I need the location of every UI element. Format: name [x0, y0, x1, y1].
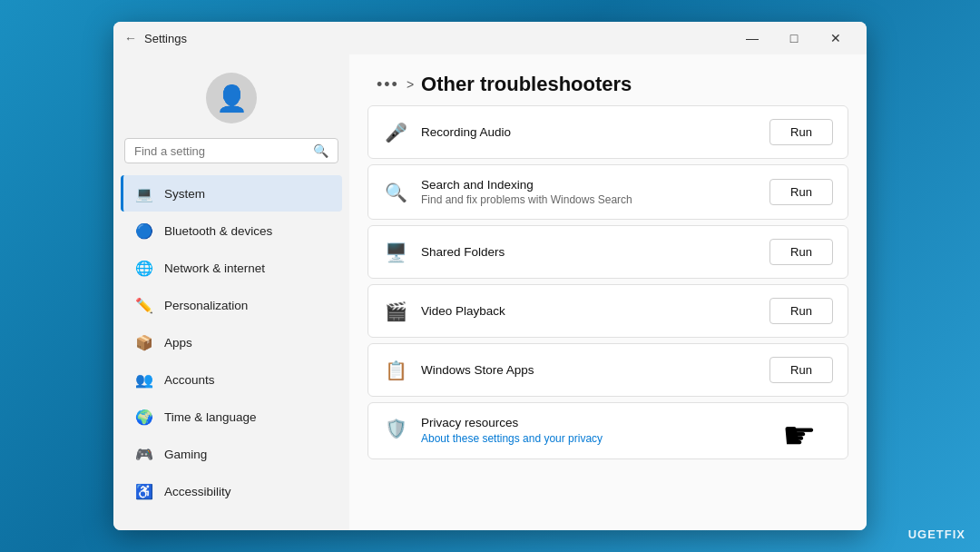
watermark: UGETFIX — [908, 527, 965, 541]
page-title: Other troubleshooters — [421, 73, 632, 96]
sidebar-item-system[interactable]: 💻 System — [121, 175, 342, 212]
settings-window: ← Settings — □ ✕ 👤 🔍 💻 System — [113, 22, 867, 530]
window-content: 👤 🔍 💻 System 🔵 Bluetooth & devices 🌐 Net… — [113, 54, 867, 530]
shared-folders-run-button[interactable]: Run — [769, 239, 833, 265]
troubleshooter-video-playback: 🎬 Video Playback Run — [368, 284, 848, 338]
window-controls: — □ ✕ — [732, 25, 856, 52]
troubleshooter-windows-store: 📋 Windows Store Apps Run — [368, 343, 848, 397]
shared-folders-name: Shared Folders — [421, 245, 757, 259]
accessibility-icon: ♿ — [135, 482, 153, 500]
time-label: Time & language — [164, 410, 257, 424]
breadcrumb-arrow: > — [407, 77, 414, 92]
video-playback-run-button[interactable]: Run — [769, 298, 833, 324]
search-indexing-run-button[interactable]: Run — [769, 179, 833, 205]
video-playback-name: Video Playback — [421, 304, 757, 318]
search-indexing-name: Search and Indexing — [421, 178, 757, 192]
gaming-label: Gaming — [164, 448, 207, 461]
search-indexing-icon: 🔍 — [383, 180, 408, 205]
recording-audio-name: Recording Audio — [421, 125, 757, 139]
privacy-icon: 🛡️ — [383, 416, 408, 441]
maximize-button[interactable]: □ — [774, 25, 814, 52]
sidebar-item-apps[interactable]: 📦 Apps — [121, 324, 342, 360]
sidebar: 👤 🔍 💻 System 🔵 Bluetooth & devices 🌐 Net… — [113, 54, 349, 530]
personalization-icon: ✏️ — [135, 296, 153, 314]
search-indexing-desc: Find and fix problems with Windows Searc… — [421, 193, 757, 206]
windows-store-icon: 📋 — [383, 358, 408, 383]
breadcrumb-dots: ••• — [377, 75, 399, 94]
page-header: ••• > Other troubleshooters — [349, 54, 867, 105]
nav-list: 💻 System 🔵 Bluetooth & devices 🌐 Network… — [113, 174, 349, 510]
privacy-name: Privacy resources — [421, 416, 833, 429]
recording-audio-info: Recording Audio — [421, 125, 757, 139]
back-button[interactable]: ← — [124, 31, 137, 45]
video-playback-icon: 🎬 — [383, 299, 408, 324]
avatar-icon: 👤 — [216, 84, 248, 113]
privacy-item: 🛡️ Privacy resources About these setting… — [368, 402, 848, 459]
personalization-label: Personalization — [164, 299, 248, 312]
apps-label: Apps — [164, 336, 192, 350]
windows-store-name: Windows Store Apps — [421, 363, 757, 377]
sidebar-item-accessibility[interactable]: ♿ Accessibility — [121, 473, 342, 509]
sidebar-item-network[interactable]: 🌐 Network & internet — [121, 250, 342, 286]
search-icon: 🔍 — [313, 143, 328, 158]
troubleshooter-search-indexing: 🔍 Search and Indexing Find and fix probl… — [368, 164, 848, 220]
accounts-icon: 👥 — [135, 370, 153, 389]
troubleshooter-list: 🎤 Recording Audio Run 🔍 Search and Index… — [349, 105, 867, 459]
sidebar-item-personalization[interactable]: ✏️ Personalization — [121, 287, 342, 323]
network-icon: 🌐 — [135, 259, 153, 277]
recording-audio-run-button[interactable]: Run — [769, 119, 833, 145]
gaming-icon: 🎮 — [135, 445, 153, 463]
shared-folders-icon: 🖥️ — [383, 240, 408, 265]
troubleshooter-shared-folders: 🖥️ Shared Folders Run — [368, 225, 848, 279]
windows-store-run-button[interactable]: Run — [769, 357, 833, 383]
avatar: 👤 — [206, 73, 257, 123]
accounts-label: Accounts — [164, 373, 215, 387]
sidebar-item-accounts[interactable]: 👥 Accounts — [121, 361, 342, 398]
apps-icon: 📦 — [135, 333, 153, 351]
recording-audio-icon: 🎤 — [383, 120, 408, 145]
privacy-link[interactable]: About these settings and your privacy — [421, 432, 603, 445]
troubleshooter-recording-audio: 🎤 Recording Audio Run — [368, 105, 848, 159]
shared-folders-info: Shared Folders — [421, 245, 757, 259]
time-icon: 🌍 — [135, 408, 153, 426]
window-title: Settings — [144, 32, 732, 45]
sidebar-item-time[interactable]: 🌍 Time & language — [121, 399, 342, 435]
sidebar-item-gaming[interactable]: 🎮 Gaming — [121, 436, 342, 472]
system-label: System — [164, 187, 205, 201]
search-indexing-info: Search and Indexing Find and fix problem… — [421, 178, 757, 206]
windows-store-info: Windows Store Apps — [421, 363, 757, 377]
sidebar-item-bluetooth[interactable]: 🔵 Bluetooth & devices — [121, 212, 342, 249]
bluetooth-label: Bluetooth & devices — [164, 224, 272, 238]
video-playback-info: Video Playback — [421, 304, 757, 318]
close-button[interactable]: ✕ — [816, 25, 856, 52]
system-icon: 💻 — [135, 184, 153, 202]
privacy-info: Privacy resources About these settings a… — [421, 416, 833, 446]
bluetooth-icon: 🔵 — [135, 222, 153, 240]
title-bar: ← Settings — □ ✕ — [113, 22, 867, 54]
minimize-button[interactable]: — — [732, 25, 772, 52]
search-box[interactable]: 🔍 — [124, 138, 338, 163]
accessibility-label: Accessibility — [164, 485, 231, 498]
network-label: Network & internet — [164, 261, 265, 275]
search-input[interactable] — [134, 144, 308, 158]
main-content: ••• > Other troubleshooters 🎤 Recording … — [349, 54, 867, 530]
